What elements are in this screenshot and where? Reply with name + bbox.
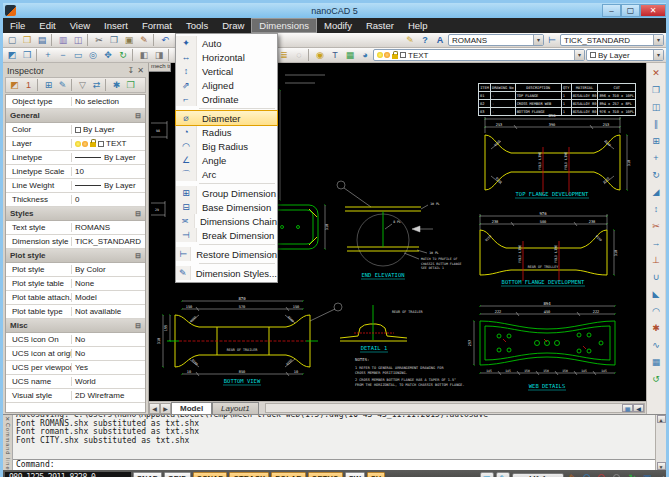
mirror-icon[interactable]: ◫ [649,100,664,114]
menu-item-auto[interactable]: ✦Auto [176,36,277,50]
inspector-row-plot-style-table[interactable]: Plot style tableNone [6,277,145,291]
menu-edit[interactable]: Edit [32,18,62,33]
settings-icon[interactable]: ✱ [110,79,123,92]
zoom-out-icon[interactable]: − [56,49,70,62]
close-icon[interactable]: ✕ [137,66,144,75]
inspector-row-plot-table-type[interactable]: Plot table typeNot available [6,305,145,319]
toggle-osnap[interactable]: OSNAP [193,472,228,477]
property-value[interactable]: World [72,377,145,386]
regen-icon[interactable]: ↻ [116,49,130,62]
array-icon[interactable]: ⊞ [649,134,664,148]
offset-icon[interactable]: ∥ [649,117,664,131]
menu-item-restore-dimension[interactable]: ⊢Restore Dimension [176,247,277,261]
zoom-extents-icon[interactable] [611,472,624,477]
zoom-extents-icon[interactable]: ◎ [86,49,100,62]
redline-pencil-icon[interactable]: ✎ [566,472,579,477]
inspector-row-ucs-icon-on[interactable]: UCS icon OnNo [6,333,145,347]
property-value[interactable]: Model [72,293,145,302]
join-icon[interactable]: ∪ [649,270,664,284]
scroll-up-icon[interactable]: ▲ [657,415,666,423]
collapse-icon[interactable]: ⊟ [135,210,141,218]
refresh-view-icon[interactable]: ↺ [649,372,664,386]
edit-polyline-icon[interactable]: ∿ [649,338,664,352]
inspector-row-dimension-style[interactable]: Dimension styleTICK_STANDARD [6,235,145,249]
chevron-down-icon[interactable]: ▾ [653,50,663,60]
extend-icon[interactable]: → [649,236,664,250]
toggle-grid[interactable]: GRID [164,472,191,477]
chamfer-icon[interactable]: ◣ [649,287,664,301]
property-value[interactable]: TICK_STANDARD [72,237,145,246]
menu-item-big-radius[interactable]: ◠Big Radius [176,139,277,153]
text-tool-icon[interactable]: T [328,49,342,62]
tab-scroll-right-icon[interactable]: ▶ [160,403,171,414]
fillet-icon[interactable]: ◠ [649,304,664,318]
menu-raster[interactable]: Raster [359,18,401,33]
menu-dimensions[interactable]: Dimensions [251,18,317,33]
count-badge-icon[interactable]: 1 [22,79,35,92]
menu-insert[interactable]: Insert [97,18,135,33]
copy-icon[interactable]: ❐ [107,34,121,47]
toggle-ortho[interactable]: ORTHO [308,472,343,477]
zoom-window-icon[interactable] [596,472,609,477]
scale-field[interactable]: M1:1 [512,473,564,477]
property-value[interactable]: No selection [72,97,145,106]
paste-icon[interactable]: ▣ [122,34,136,47]
toggle-sw[interactable]: SW [345,472,365,477]
regen-icon[interactable]: ↻ [626,472,639,477]
collapse-icon[interactable]: ⊟ [135,252,141,260]
inspector-row-layer[interactable]: LayerTEXT [6,137,145,151]
stretch-icon[interactable]: ↕ [649,202,664,216]
erase-icon[interactable]: ✕ [649,66,664,80]
property-value[interactable]: Yes [72,363,145,372]
scroll-left-icon[interactable]: ◀ [633,404,644,412]
menu-item-vertical[interactable]: ↕Vertical [176,64,277,78]
property-value[interactable]: Not available [72,307,145,316]
horizontal-scrollbar[interactable]: ▦ ◀ [265,403,645,413]
zoom-in-icon[interactable] [581,472,594,477]
property-value[interactable]: No [72,335,145,344]
property-value[interactable]: TEXT [72,139,145,148]
tab-layout1[interactable]: Layout1 [212,402,258,414]
inspector-row-object-type[interactable]: Object typeNo selection [6,95,145,109]
inspector-icon[interactable]: ◩ [5,49,19,62]
inspector-section-styles[interactable]: Styles⊟ [6,207,145,221]
new-file-icon[interactable]: ▢ [5,34,19,47]
toggle-snap[interactable]: SNAP [133,472,162,477]
menu-item-dimensions-chain[interactable]: ≍Dimensions Chain [176,214,277,228]
menu-item-aligned[interactable]: ⇗Aligned [176,78,277,92]
layer-off-icon[interactable]: ◌ [292,49,306,62]
layer-match-icon[interactable]: ▦ [343,49,357,62]
property-value[interactable]: By Layer [72,125,145,134]
scroll-down-icon[interactable]: ▼ [657,462,666,470]
tab-scroll-left-icon[interactable]: ◀ [149,403,160,414]
draw-order-back-icon[interactable]: ◨ [152,49,166,62]
inspector-row-line-weight[interactable]: Line WeightBy Layer [6,179,145,193]
inspector-section-plot-style[interactable]: Plot style⊟ [6,249,145,263]
fullscreen-icon[interactable]: ▣ [641,472,654,477]
property-value[interactable]: By Color [72,265,145,274]
grid-view-icon[interactable]: ⊞ [42,79,55,92]
chevron-down-icon[interactable]: ▾ [533,35,543,45]
break-at-point-icon[interactable]: ⊥ [649,253,664,267]
swap-icon[interactable]: ⇄ [90,79,103,92]
rotate-icon[interactable]: ↻ [649,168,664,182]
plot-icon[interactable]: ▥ [56,34,70,47]
edit-pencil-icon[interactable]: ✎ [403,34,417,47]
draw-order-front-icon[interactable]: ◧ [137,49,151,62]
inspector-row-color[interactable]: ColorBy Layer [6,123,145,137]
property-value[interactable]: No [72,349,145,358]
menu-item-horizontal[interactable]: ↔Horizontal [176,50,277,64]
menu-modify[interactable]: Modify [317,18,359,33]
collapse-icon[interactable]: ⊟ [135,322,141,330]
inspector-section-misc[interactable]: Misc⊟ [6,319,145,333]
inspector-section-general[interactable]: General⊟ [6,109,145,123]
chevron-down-icon[interactable]: ▾ [574,50,584,60]
property-value[interactable]: By Layer [72,181,145,190]
selection-mode-icon[interactable]: ✎ [496,472,510,477]
make-current-layer-icon[interactable]: ◉ [313,49,327,62]
command-scrollbar[interactable]: ▲ ▼ [655,415,666,470]
collapse-icon[interactable]: ⊟ [135,112,141,120]
menu-item-arc[interactable]: ⌒Arc [176,167,277,181]
splitter-icon[interactable]: ▦ [622,404,633,412]
menu-item-diameter[interactable]: ⌀Diameter [176,111,277,125]
